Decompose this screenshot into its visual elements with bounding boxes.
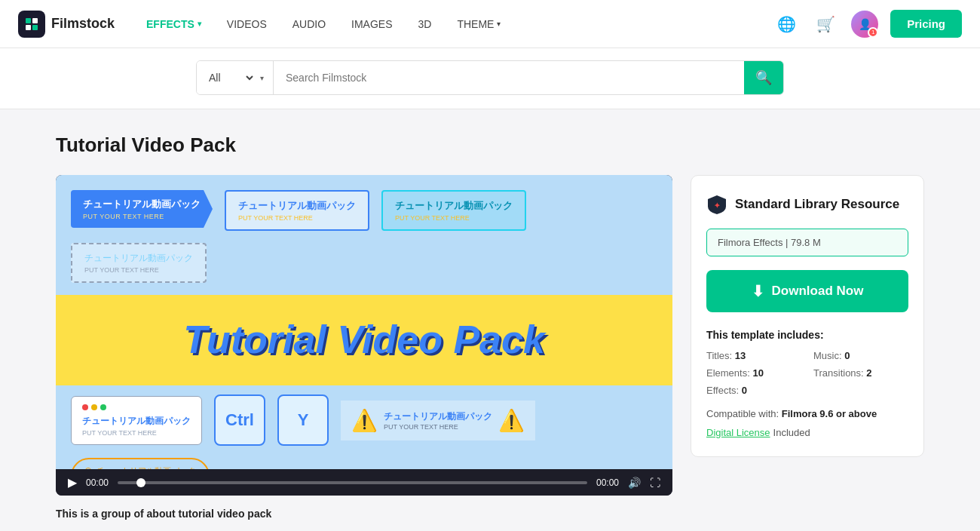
cart-icon: 🛒	[816, 15, 835, 33]
time-total: 00:00	[596, 477, 619, 488]
fullscreen-button[interactable]: ⛶	[650, 477, 660, 489]
compatible-label: Compatible with:	[706, 408, 779, 419]
main-content: Tutorial Video Pack チュートリアル動画パック PUT YOU…	[38, 109, 942, 531]
nav-actions: 🌐 🛒 👤 1 Pricing	[773, 10, 962, 38]
resource-header: ✦ Standard Library Resource	[706, 194, 908, 215]
effects-chevron-icon: ▾	[198, 20, 201, 28]
license-suffix: Included	[773, 427, 810, 438]
logo-icon	[18, 11, 45, 38]
time-current: 00:00	[86, 477, 109, 488]
progress-bar[interactable]	[118, 481, 587, 484]
notification-badge: 1	[868, 27, 878, 38]
globe-icon: 🌐	[777, 15, 796, 33]
download-button[interactable]: ⬇ Download Now	[706, 270, 908, 312]
svg-rect-0	[26, 18, 31, 23]
key-ctrl-badge: Ctrl	[214, 394, 265, 446]
video-controls: ▶ 00:00 00:00 🔊 ⛶	[56, 469, 672, 496]
warning-icon-right: ⚠️	[498, 408, 525, 433]
page-title: Tutorial Video Pack	[56, 134, 924, 157]
pricing-button[interactable]: Pricing	[890, 10, 962, 38]
svg-rect-3	[32, 25, 38, 30]
search-icon: 🔍	[755, 69, 772, 86]
svg-rect-2	[26, 25, 31, 30]
search-bar-wrap: All Effects Videos Audio Images 3D Theme…	[0, 48, 980, 109]
cart-button[interactable]: 🛒	[812, 11, 839, 38]
download-icon: ⬇	[752, 282, 764, 300]
file-info-box: Filmora Effects | 79.8 M	[706, 229, 908, 256]
progress-indicator	[136, 478, 145, 487]
resource-title: Standard Library Resource	[735, 197, 899, 212]
oval-badge: チュートリアル動画パック PUT YOUR TEXT HERE	[71, 458, 210, 469]
dot-green	[100, 404, 106, 410]
category-select-wrap[interactable]: All Effects Videos Audio Images 3D Theme…	[197, 61, 274, 94]
license-row: Digital License Included	[706, 427, 908, 438]
sidebar: ✦ Standard Library Resource Filmora Effe…	[691, 175, 924, 457]
warning-icon-left: ⚠️	[351, 408, 378, 433]
video-description: This is a group of about tutorial video …	[56, 508, 924, 520]
main-preview-title: Tutorial Video Pack	[183, 318, 545, 361]
template-includes-title: This template includes:	[706, 329, 908, 341]
oval-circle	[84, 468, 92, 470]
digital-license-link[interactable]: Digital License	[706, 427, 770, 438]
download-label: Download Now	[772, 284, 864, 299]
dot-red	[82, 404, 88, 410]
search-bar: All Effects Videos Audio Images 3D Theme…	[196, 60, 784, 95]
category-select[interactable]: All Effects Videos Audio Images 3D Theme	[206, 71, 256, 84]
video-preview-center: Tutorial Video Pack	[56, 295, 672, 385]
logo-text: Filmstock	[51, 16, 115, 32]
badge-light: チュートリアル動画パック PUT YOUR TEXT HERE	[71, 243, 207, 283]
volume-button[interactable]: 🔊	[628, 477, 641, 489]
select-chevron-icon: ▾	[260, 74, 264, 82]
logo[interactable]: Filmstock	[18, 11, 115, 38]
dot-yellow	[91, 404, 97, 410]
video-preview-bottom: チュートリアル動画パック PUT YOUR TEXT HERE Ctrl Y ⚠…	[56, 385, 672, 469]
search-button[interactable]: 🔍	[744, 61, 783, 94]
nav-audio[interactable]: AUDIO	[282, 12, 336, 36]
stat-effects: Effects: 0	[706, 385, 801, 396]
stat-music: Music: 0	[813, 350, 908, 361]
stat-transitions: Transitions: 2	[813, 367, 908, 379]
video-preview-top: チュートリアル動画パック PUT YOUR TEXT HERE チュートリアル動…	[56, 175, 672, 295]
svg-rect-1	[32, 18, 38, 23]
template-stats: Titles: 13 Music: 0 Elements: 10 Transit…	[706, 350, 908, 396]
search-input[interactable]	[274, 61, 744, 94]
compatible-row: Compatible with: Filmora 9.6 or above	[706, 408, 908, 419]
key-y-badge: Y	[277, 394, 329, 446]
badge-blue-outline: チュートリアル動画パック PUT YOUR TEXT HERE	[225, 190, 369, 231]
nav-images[interactable]: IMAGES	[341, 12, 403, 36]
badge-cyan: チュートリアル動画パック PUT YOUR TEXT HERE	[381, 190, 526, 231]
shield-icon: ✦	[706, 194, 727, 215]
nav-links: EFFECTS ▾ VIDEOS AUDIO IMAGES 3D THEME ▾	[136, 12, 773, 36]
theme-chevron-icon: ▾	[497, 20, 501, 28]
product-layout: チュートリアル動画パック PUT YOUR TEXT HERE チュートリアル動…	[56, 175, 924, 496]
svg-text:✦: ✦	[714, 201, 721, 210]
shield-wrap: ✦	[706, 194, 727, 215]
window-mockup-badge: チュートリアル動画パック PUT YOUR TEXT HERE	[71, 396, 202, 445]
stat-titles: Titles: 13	[706, 350, 801, 361]
globe-button[interactable]: 🌐	[773, 11, 800, 38]
nav-videos[interactable]: VIDEOS	[216, 12, 277, 36]
video-container: チュートリアル動画パック PUT YOUR TEXT HERE チュートリアル動…	[56, 175, 672, 496]
video-preview: チュートリアル動画パック PUT YOUR TEXT HERE チュートリアル動…	[56, 175, 672, 469]
user-avatar-wrap[interactable]: 👤 1	[851, 11, 878, 38]
compatible-app: Filmora 9.6 or above	[782, 408, 877, 419]
navbar: Filmstock EFFECTS ▾ VIDEOS AUDIO IMAGES …	[0, 0, 980, 48]
nav-theme[interactable]: THEME ▾	[446, 12, 511, 36]
play-button[interactable]: ▶	[68, 475, 77, 490]
badge-blue-filled: チュートリアル動画パック PUT YOUR TEXT HERE	[71, 190, 213, 228]
nav-effects[interactable]: EFFECTS ▾	[136, 12, 212, 36]
stat-elements: Elements: 10	[706, 367, 801, 379]
nav-3d[interactable]: 3D	[408, 12, 443, 36]
warning-text-box: ⚠️ チュートリアル動画パック PUT YOUR TEXT HERE ⚠️	[341, 401, 535, 440]
